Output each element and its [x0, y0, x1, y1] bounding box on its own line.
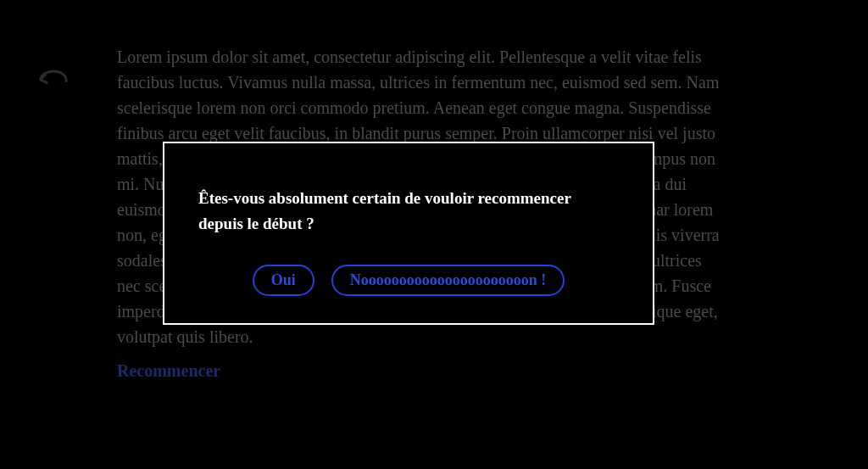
dialog-question: Êtes-vous absolument certain de vouloir … — [198, 186, 619, 237]
confirm-no-button[interactable]: Noooooooooooooooooooooon ! — [331, 265, 565, 297]
dialog-button-row: Oui Noooooooooooooooooooooon ! — [198, 265, 619, 297]
restart-link[interactable]: Recommencer — [117, 358, 727, 383]
confirm-restart-dialog: Êtes-vous absolument certain de vouloir … — [163, 142, 654, 325]
confirm-yes-button[interactable]: Oui — [253, 265, 314, 297]
undo-icon[interactable] — [37, 68, 70, 88]
